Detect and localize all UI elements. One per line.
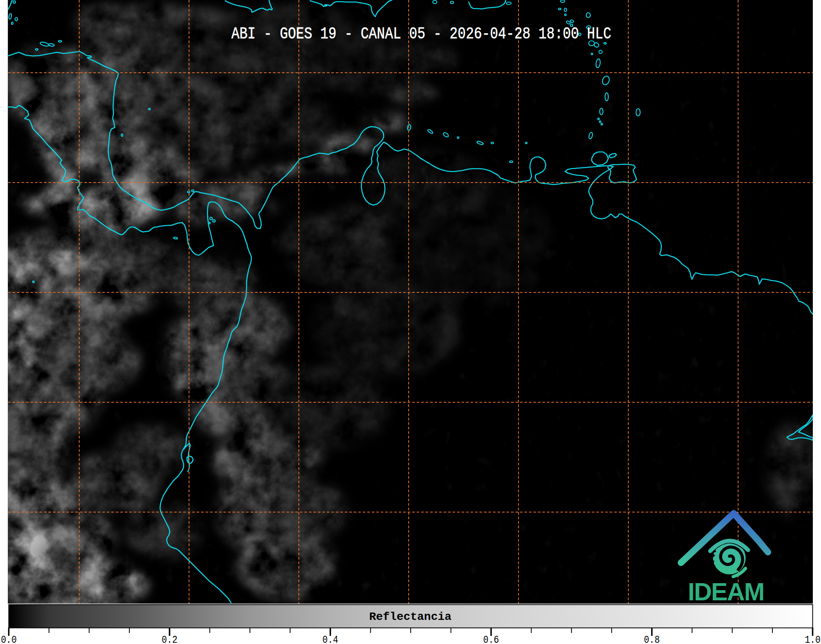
svg-text:ABI - GOES 19 - CANAL 05 - 202: ABI - GOES 19 - CANAL 05 - 2026-04-28 18… — [231, 25, 612, 43]
svg-text:0.4: 0.4 — [323, 634, 338, 644]
svg-text:0.2: 0.2 — [162, 634, 178, 644]
svg-text:Reflectancia: Reflectancia — [369, 611, 452, 623]
svg-text:1.0: 1.0 — [805, 634, 821, 644]
svg-text:IDEAM: IDEAM — [688, 578, 764, 606]
svg-text:0.0: 0.0 — [1, 634, 17, 644]
svg-text:0.6: 0.6 — [483, 634, 499, 644]
svg-text:0.8: 0.8 — [644, 634, 660, 644]
